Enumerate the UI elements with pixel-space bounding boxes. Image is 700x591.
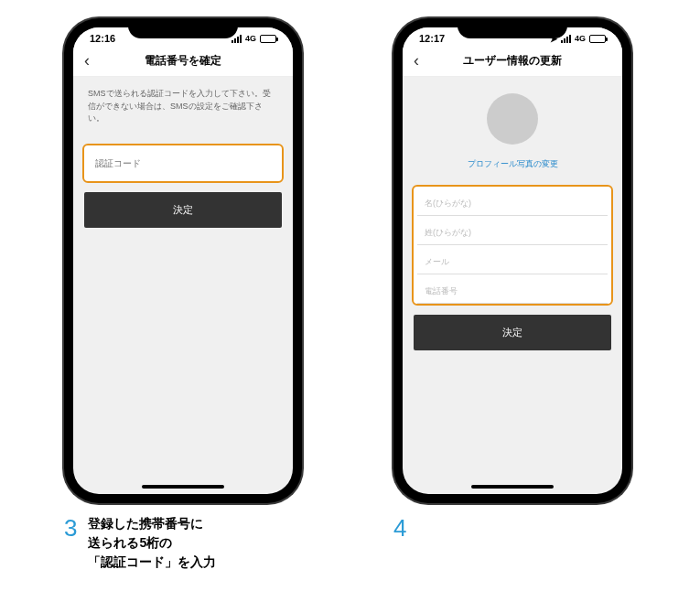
phone-notch bbox=[128, 18, 238, 38]
highlight-box-form: 名(ひらがな) 姓(ひらがな) メール 電話番号 bbox=[412, 185, 613, 306]
home-indicator[interactable] bbox=[142, 485, 224, 489]
avatar[interactable] bbox=[487, 93, 538, 145]
page-title: 電話番号を確定 bbox=[84, 53, 282, 69]
network-label: 4G bbox=[245, 34, 256, 43]
nav-bar: ‹ ユーザー情報の更新 bbox=[403, 46, 622, 77]
last-name-field[interactable]: 姓(ひらがな) bbox=[417, 216, 608, 245]
phone-screen-1: 12:16 4G ‹ 電話番号を確定 SMSで送られる認証コードを入力して下さい… bbox=[73, 27, 293, 494]
nav-bar: ‹ 電話番号を確定 bbox=[73, 46, 293, 77]
submit-button[interactable]: 決定 bbox=[84, 192, 282, 228]
step-number-4: 4 bbox=[393, 514, 406, 543]
phone-field[interactable]: 電話番号 bbox=[417, 274, 608, 304]
phone-notch bbox=[458, 18, 567, 38]
phone-mockup-2: 12:17 ➤ 4G ‹ ユーザー情報の更新 プロフィール写真の変更 bbox=[393, 18, 631, 503]
battery-icon bbox=[589, 35, 606, 43]
change-photo-link[interactable]: プロフィール写真の変更 bbox=[468, 159, 558, 168]
status-time: 12:16 bbox=[90, 33, 115, 44]
battery-icon bbox=[260, 35, 276, 43]
first-name-field[interactable]: 名(ひらがな) bbox=[417, 187, 608, 216]
status-time: 12:17 bbox=[419, 33, 445, 44]
highlight-box-code bbox=[82, 144, 284, 183]
back-icon[interactable]: ‹ bbox=[84, 51, 90, 70]
step-text-3: 登録した携帯番号に 送られる5桁の 「認証コード」を入力 bbox=[88, 514, 216, 572]
phone-screen-2: 12:17 ➤ 4G ‹ ユーザー情報の更新 プロフィール写真の変更 bbox=[403, 27, 622, 494]
page-title: ユーザー情報の更新 bbox=[414, 53, 611, 69]
avatar-section: プロフィール写真の変更 bbox=[403, 77, 622, 177]
email-field[interactable]: メール bbox=[417, 245, 608, 274]
submit-button[interactable]: 決定 bbox=[414, 315, 611, 350]
back-icon[interactable]: ‹ bbox=[414, 51, 419, 70]
network-label: 4G bbox=[575, 34, 586, 43]
home-indicator[interactable] bbox=[471, 485, 554, 489]
phone-mockup-1: 12:16 4G ‹ 電話番号を確定 SMSで送られる認証コードを入力して下さい… bbox=[64, 18, 302, 503]
instruction-text: SMSで送られる認証コードを入力して下さい。受信ができない場合は、SMSの設定を… bbox=[73, 77, 293, 136]
step-number-3: 3 bbox=[64, 514, 77, 543]
verification-code-input[interactable] bbox=[84, 145, 282, 181]
